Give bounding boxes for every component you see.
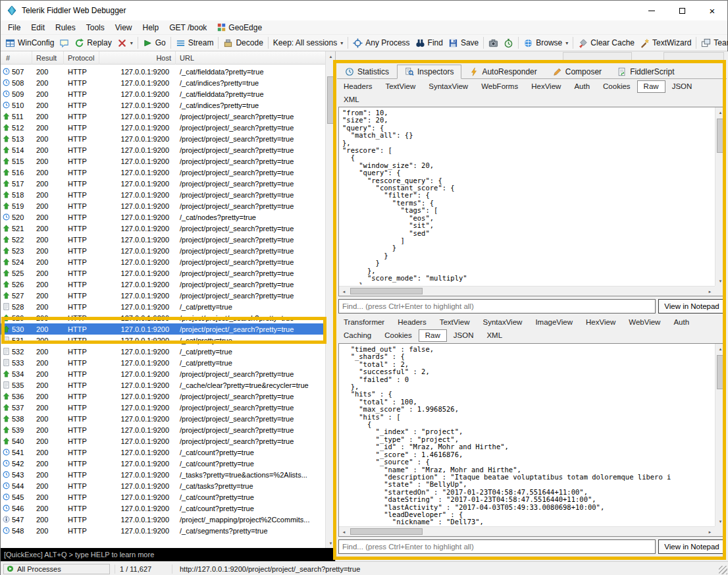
request-horizontal-scrollbar[interactable]: ◄ ► (339, 286, 715, 296)
session-row[interactable]: 543200HTTP127.0.0.1:9200/_tasks?pretty=t… (1, 469, 325, 480)
session-row[interactable]: 547200HTTP127.0.0.1:9200/project/_mappin… (1, 514, 325, 525)
response-tab-imageview[interactable]: ImageView (529, 316, 579, 329)
process-filter[interactable]: All Processes (3, 564, 110, 574)
response-horizontal-scrollbar[interactable]: ◄ ► (339, 526, 715, 536)
response-tab-webview[interactable]: WebView (622, 316, 667, 329)
scroll-down-arrow-icon[interactable]: ▼ (326, 538, 336, 548)
response-tab-xml[interactable]: XML (480, 329, 509, 342)
session-row[interactable]: 545200HTTP127.0.0.1:9200/_cat/count?pret… (1, 491, 325, 503)
toolbar-button-replay[interactable]: Replay (72, 37, 114, 49)
request-body-text[interactable]: "from": 10, "size": 20, "query": { "matc… (342, 109, 714, 285)
session-row[interactable]: 537200HTTP127.0.0.1:9200/project/project… (1, 402, 325, 413)
toolbar-button-browse[interactable]: Browse▾ (521, 37, 571, 49)
tab-composer[interactable]: Composer (545, 65, 610, 79)
scroll-right-arrow-icon[interactable]: ► (705, 527, 715, 537)
close-button[interactable]: × (697, 1, 727, 20)
scroll-right-arrow-icon[interactable]: ► (705, 287, 715, 296)
column-header-url[interactable]: URL (176, 51, 325, 65)
menu-item-rules[interactable]: Rules (50, 21, 81, 34)
session-row[interactable]: 533200HTTP127.0.0.1:9200/_cat/pretty=tru… (1, 357, 325, 368)
response-tab-raw[interactable]: Raw (419, 329, 447, 342)
request-find-input[interactable] (338, 299, 656, 314)
response-tab-json[interactable]: JSON (447, 329, 481, 342)
toolbar-button-remove-x[interactable]: ▾ (115, 37, 136, 49)
session-row[interactable]: 510200HTTP127.0.0.1:9200/_cat/indices?pr… (1, 99, 325, 111)
tab-statistics[interactable]: Statistics (337, 65, 397, 79)
response-body-text[interactable]: "timed_out" : false, "_shards" : { "tota… (342, 346, 714, 525)
column-header-result[interactable]: Result (32, 51, 64, 65)
toolbar-button-tearoff[interactable]: Tearoff (698, 37, 728, 49)
scrollbar-thumb[interactable] (717, 355, 723, 389)
session-row[interactable]: 528200HTTP127.0.0.1:9200/_cat/pretty=tru… (1, 301, 325, 312)
toolbar-button-textwizard[interactable]: TextWizard (637, 37, 694, 49)
scroll-left-arrow-icon[interactable]: ◄ (339, 287, 349, 296)
session-row[interactable]: 508200HTTP127.0.0.1:9200/_cat/indices?pr… (1, 77, 325, 88)
session-row[interactable]: 520200HTTP127.0.0.1:9200/_cat/nodes?pret… (1, 211, 325, 223)
session-row[interactable]: 524200HTTP127.0.0.1:9200/project/project… (1, 256, 325, 267)
clipped-tab[interactable] (663, 52, 724, 63)
response-view-in-notepad-button[interactable]: View in Notepad (658, 539, 725, 554)
response-tab-hexview[interactable]: HexView (579, 316, 622, 329)
request-tab-syntaxview[interactable]: SyntaxView (422, 80, 475, 93)
request-tab-raw[interactable]: Raw (637, 80, 665, 93)
request-tab-hexview[interactable]: HexView (525, 80, 567, 93)
menu-item-file[interactable]: File (3, 21, 26, 34)
scroll-down-arrow-icon[interactable]: ▼ (715, 276, 725, 286)
response-tab-caching[interactable]: Caching (337, 329, 378, 342)
session-row[interactable]: 526200HTTP127.0.0.1:9200/project/project… (1, 279, 325, 290)
response-tab-textview[interactable]: TextView (433, 316, 477, 329)
menu-item-tools[interactable]: Tools (81, 21, 110, 34)
session-row[interactable]: 541200HTTP127.0.0.1:9200/_cat/count?pret… (1, 447, 325, 458)
session-row[interactable]: 516200HTTP127.0.0.1:9200/project/project… (1, 167, 325, 178)
request-vertical-scrollbar[interactable]: ▲ ▼ (715, 107, 725, 286)
session-row[interactable]: 523200HTTP127.0.0.1:9200/project/project… (1, 245, 325, 256)
column-header-host[interactable]: Host (99, 51, 176, 65)
toolbar-button-save[interactable]: Save (446, 37, 481, 49)
session-row[interactable]: 522200HTTP127.0.0.1:9200/project/project… (1, 234, 325, 245)
session-row[interactable]: 539200HTTP127.0.0.1:9200/project/project… (1, 424, 325, 435)
scroll-down-arrow-icon[interactable]: ▼ (715, 516, 725, 526)
session-row-selected[interactable]: 530200HTTP127.0.0.1:9200/project/project… (1, 323, 325, 335)
menu-item-geoedge[interactable]: GeoEdge (212, 21, 267, 34)
session-row[interactable]: 513200HTTP127.0.0.1:9200/project/project… (1, 133, 325, 144)
session-row[interactable]: 521200HTTP127.0.0.1:9200/project/project… (1, 223, 325, 234)
column-header-protocol[interactable]: Protocol (64, 51, 99, 65)
toolbar-button-any-process[interactable]: Any Process (350, 37, 412, 49)
request-tab-textview[interactable]: TextView (378, 80, 422, 93)
quickexec-bar[interactable]: [QuickExec] ALT+Q > type HELP to learn m… (1, 548, 335, 561)
menu-item-view[interactable]: View (110, 21, 138, 34)
session-row[interactable]: 519200HTTP127.0.0.1:9200/project/project… (1, 200, 325, 211)
response-tab-auth[interactable]: Auth (667, 316, 696, 329)
session-row[interactable]: 515200HTTP127.0.0.1:9200/project/project… (1, 155, 325, 167)
toolbar-button-winconfig[interactable]: WinConfig (3, 37, 57, 49)
clipped-tab[interactable] (563, 52, 632, 63)
request-tab-json[interactable]: JSON (665, 80, 699, 93)
tab-inspectors[interactable]: Inspectors (397, 65, 461, 79)
response-find-input[interactable] (338, 539, 656, 554)
tab-autoresponder[interactable]: AutoResponder (461, 65, 544, 79)
session-row[interactable]: 542200HTTP127.0.0.1:9200/_cat/count?pret… (1, 458, 325, 469)
scrollbar-thumb[interactable] (350, 288, 423, 294)
session-row[interactable]: 514200HTTP127.0.0.1:9200/project/project… (1, 144, 325, 155)
request-tab-xml[interactable]: XML (337, 94, 366, 106)
toolbar-button-find[interactable]: Find (413, 37, 446, 49)
response-tab-transformer[interactable]: Transformer (337, 316, 391, 329)
request-view-in-notepad-button[interactable]: View in Notepad (658, 299, 725, 314)
session-row[interactable]: 534200HTTP127.0.0.1:9200/project/project… (1, 368, 325, 379)
toolbar-button-keep-all-sessions[interactable]: Keep: All sessions▾ (271, 37, 346, 49)
session-row[interactable]: 511200HTTP127.0.0.1:9200/project/project… (1, 111, 325, 122)
toolbar-button-camera[interactable] (486, 37, 501, 49)
response-tab-cookies[interactable]: Cookies (378, 329, 419, 342)
scrollbar-thumb[interactable] (327, 76, 334, 124)
session-row[interactable]: 532200HTTP127.0.0.1:9200/_cat/pretty=tru… (1, 346, 325, 357)
scroll-up-arrow-icon[interactable]: ▲ (326, 51, 336, 61)
scrollbar-thumb[interactable] (350, 528, 423, 535)
session-row[interactable]: 512200HTTP127.0.0.1:9200/project/project… (1, 122, 325, 133)
response-tab-syntaxview[interactable]: SyntaxView (476, 316, 529, 329)
scroll-left-arrow-icon[interactable]: ◄ (339, 527, 349, 537)
session-row[interactable]: 540200HTTP127.0.0.1:9200/project/project… (1, 435, 325, 447)
toolbar-button-timer[interactable] (501, 37, 516, 49)
session-row[interactable]: 535200HTTP127.0.0.1:9200/_cache/clear?pr… (1, 379, 325, 391)
minimize-button[interactable] (637, 1, 667, 20)
session-row[interactable]: 548200HTTP127.0.0.1:9200/_cat/segments?p… (1, 525, 325, 536)
